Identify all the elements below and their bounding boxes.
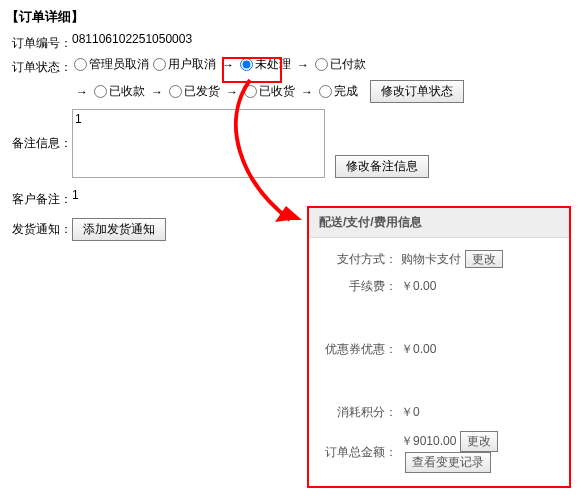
status-radio-received-goods[interactable]: 已收货 bbox=[244, 83, 295, 100]
view-log-button[interactable]: 查看变更记录 bbox=[405, 452, 491, 473]
pay-method-label: 支付方式： bbox=[319, 251, 397, 268]
add-ship-notice-button[interactable]: 添加发货通知 bbox=[72, 218, 166, 241]
fee-value: ￥0.00 bbox=[397, 278, 559, 295]
total-value: ￥9010.00 bbox=[401, 433, 456, 450]
cust-remark-value: 1 bbox=[72, 188, 581, 202]
order-no-value: 081106102251050003 bbox=[72, 32, 581, 46]
change-remark-button[interactable]: 修改备注信息 bbox=[335, 155, 429, 178]
arrow-icon: → bbox=[151, 85, 163, 99]
order-no-label: 订单编号： bbox=[0, 32, 72, 52]
pay-method-value: 购物卡支付 bbox=[401, 252, 461, 266]
change-total-button[interactable]: 更改 bbox=[460, 431, 498, 452]
points-value: ￥0 bbox=[397, 404, 559, 421]
change-pay-method-button[interactable]: 更改 bbox=[465, 250, 503, 268]
status-radio-complete[interactable]: 完成 bbox=[319, 83, 358, 100]
page-header: 【订单详细】 bbox=[0, 0, 581, 30]
status-radio-label: 管理员取消 bbox=[89, 56, 149, 73]
arrow-icon: → bbox=[76, 85, 88, 99]
arrow-icon: → bbox=[222, 58, 234, 72]
change-status-button[interactable]: 修改订单状态 bbox=[370, 80, 464, 103]
points-label: 消耗积分： bbox=[319, 404, 397, 421]
status-radio-label: 已发货 bbox=[184, 83, 220, 100]
arrow-icon: → bbox=[226, 85, 238, 99]
status-radio-label: 已付款 bbox=[330, 56, 366, 73]
status-label: 订单状态： bbox=[0, 56, 72, 76]
arrow-icon: → bbox=[301, 85, 313, 99]
status-radio-pending[interactable]: 未处理 bbox=[240, 56, 291, 73]
panel-title: 配送/支付/费用信息 bbox=[309, 208, 569, 238]
fee-label: 手续费： bbox=[319, 278, 397, 295]
status-radio-paid[interactable]: 已付款 bbox=[315, 56, 366, 73]
status-radio-label: 用户取消 bbox=[168, 56, 216, 73]
status-radio-user-cancel[interactable]: 用户取消 bbox=[153, 56, 216, 73]
payment-panel: 配送/支付/费用信息 支付方式： 购物卡支付更改 手续费： ￥0.00 优惠券优… bbox=[307, 206, 571, 488]
ship-notice-label: 发货通知： bbox=[0, 218, 72, 238]
status-radio-label: 已收货 bbox=[259, 83, 295, 100]
arrow-icon: → bbox=[297, 58, 309, 72]
status-radio-received-pay[interactable]: 已收款 bbox=[94, 83, 145, 100]
coupon-label: 优惠券优惠： bbox=[319, 341, 397, 358]
status-radio-label: 已收款 bbox=[109, 83, 145, 100]
cust-remark-label: 客户备注： bbox=[0, 188, 72, 208]
remark-label: 备注信息： bbox=[0, 109, 72, 152]
remark-textarea[interactable] bbox=[72, 109, 325, 178]
status-radio-admin-cancel[interactable]: 管理员取消 bbox=[74, 56, 149, 73]
total-label: 订单总金额： bbox=[319, 444, 397, 461]
status-radio-label: 完成 bbox=[334, 83, 358, 100]
status-radio-label: 未处理 bbox=[255, 56, 291, 73]
coupon-value: ￥0.00 bbox=[397, 341, 559, 358]
status-radio-shipped[interactable]: 已发货 bbox=[169, 83, 220, 100]
